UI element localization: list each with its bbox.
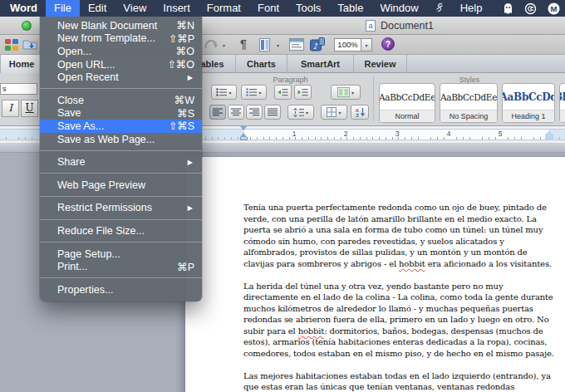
menubar-item-view[interactable]: View bbox=[115, 0, 155, 17]
menu-item-save-as[interactable]: Save As...⇧⌘S bbox=[40, 120, 202, 133]
menu-item-reduce-file-size[interactable]: Reduce File Size... bbox=[40, 224, 202, 238]
media-browser-icon[interactable]: ♪ bbox=[310, 37, 325, 51]
menu-item-print[interactable]: Print...⌘P bbox=[40, 260, 202, 273]
menubar-item-edit[interactable]: Edit bbox=[80, 0, 115, 17]
menu-item-new-blank-document[interactable]: New Blank Document⌘N bbox=[40, 19, 202, 32]
paragraph-group-label: Paragraph bbox=[208, 76, 373, 84]
submenu-arrow-icon: ▶ bbox=[188, 204, 194, 212]
menu-item-new-from-template[interactable]: New from Template...⇧⌘P bbox=[40, 32, 202, 46]
style-label-normal: Normal bbox=[380, 110, 435, 122]
line-spacing-dropdown-arrow: ▾ bbox=[306, 110, 308, 115]
decrease-indent-button[interactable] bbox=[274, 85, 292, 100]
show-formatting-icon[interactable]: ¶ bbox=[240, 37, 247, 51]
menu-separator bbox=[40, 173, 202, 174]
macos-menubar: Word File Edit View Insert Format Font T… bbox=[0, 0, 565, 17]
menu-item-open-url[interactable]: Open URL...⇧⌘O bbox=[40, 58, 202, 71]
menubar-item-file[interactable]: File bbox=[46, 0, 80, 17]
justify-icon bbox=[268, 108, 278, 116]
misspelled-word: hobbit bbox=[298, 326, 325, 336]
increase-indent-button[interactable] bbox=[294, 85, 312, 100]
style-card-heading1[interactable]: AaBbCcDd Heading 1 bbox=[502, 83, 555, 123]
align-right-button[interactable] bbox=[246, 105, 263, 120]
svg-text:A: A bbox=[355, 108, 359, 113]
tab-review[interactable]: Review bbox=[354, 55, 407, 73]
italic-button[interactable]: I bbox=[2, 100, 19, 117]
traffic-light-green[interactable] bbox=[22, 21, 32, 31]
align-center-icon bbox=[231, 108, 241, 116]
columns-layout-icon[interactable] bbox=[259, 38, 273, 51]
style-card-normal[interactable]: AaBbCcDdEe Normal bbox=[379, 83, 435, 123]
font-size-field[interactable]: s bbox=[0, 83, 37, 95]
sort-az-icon: AZ bbox=[355, 107, 366, 117]
borders-dropdown-arrow: ▾ bbox=[338, 110, 341, 115]
tab-home[interactable]: Home bbox=[0, 55, 43, 73]
help-button[interactable]: ? bbox=[381, 37, 395, 51]
document-page[interactable]: Tenía una puerta perfectamente redonda c… bbox=[184, 156, 565, 392]
numbered-list-button[interactable]: ▾ bbox=[241, 85, 267, 100]
m-status-icon[interactable]: M bbox=[548, 2, 560, 15]
style-sample-partial: AaBbCcDdEe bbox=[560, 84, 565, 110]
open-folder-icon[interactable] bbox=[22, 38, 38, 51]
zoom-control[interactable]: 100% ▾ bbox=[334, 38, 372, 51]
menu-item-close[interactable]: Close⌘W bbox=[40, 94, 202, 107]
toolbox-icon[interactable] bbox=[289, 38, 304, 51]
menu-item-restrict-permissions[interactable]: Restrict Permissions▶ bbox=[40, 202, 202, 215]
redo-icon[interactable] bbox=[204, 39, 219, 50]
line-spacing-button[interactable]: ▾ bbox=[287, 105, 314, 120]
zoom-dropdown-arrow: ▾ bbox=[365, 42, 367, 48]
style-sample-no-spacing: AaBbCcDdEe bbox=[440, 84, 497, 110]
zoom-value[interactable]: 100% bbox=[334, 38, 361, 51]
menubar-item-format[interactable]: Format bbox=[199, 0, 249, 17]
menubar-item-insert[interactable]: Insert bbox=[155, 0, 199, 17]
ruler-number-2: 2 bbox=[339, 130, 352, 138]
menubar-item-table[interactable]: Table bbox=[329, 0, 371, 17]
menu-item-open-recent[interactable]: Open Recent▶ bbox=[40, 71, 202, 84]
align-left-button[interactable] bbox=[209, 105, 226, 120]
menu-separator bbox=[40, 219, 202, 220]
sort-button[interactable]: AZ bbox=[351, 105, 369, 120]
numbered-list-dropdown-arrow: ▾ bbox=[258, 90, 261, 96]
menu-separator bbox=[40, 277, 202, 278]
paragraph-2: La herida del túnel una y otra vez, yend… bbox=[243, 281, 558, 360]
menubar-item-help[interactable]: Help bbox=[452, 0, 491, 17]
menu-item-properties[interactable]: Properties... bbox=[40, 283, 202, 296]
increase-indent-icon bbox=[297, 88, 308, 96]
bullet-list-button[interactable]: ▾ bbox=[211, 85, 237, 100]
ghost-status-icon[interactable] bbox=[503, 2, 513, 15]
svg-text:M: M bbox=[551, 4, 558, 13]
script-menu-icon[interactable] bbox=[427, 0, 452, 17]
menu-item-share[interactable]: Share▶ bbox=[40, 155, 202, 169]
line-spacing-icon bbox=[293, 108, 304, 117]
menu-item-web-page-preview[interactable]: Web Page Preview bbox=[40, 179, 202, 192]
indent-marker[interactable] bbox=[240, 126, 248, 141]
underline-button[interactable]: U bbox=[21, 100, 38, 117]
zoom-dropdown-button[interactable]: ▾ bbox=[361, 38, 372, 51]
text-columns-button[interactable]: ▾ bbox=[331, 85, 361, 100]
menubar-item-window[interactable]: Window bbox=[371, 0, 426, 17]
document-text[interactable]: Tenía una puerta perfectamente redonda c… bbox=[243, 202, 558, 392]
justify-button[interactable] bbox=[264, 105, 281, 120]
menubar-item-word[interactable]: Word bbox=[0, 0, 46, 17]
menu-item-page-setup[interactable]: Page Setup... bbox=[40, 247, 202, 261]
menu-item-save-as-web-page[interactable]: Save as Web Page... bbox=[40, 133, 202, 146]
paragraph-1: Tenía una puerta perfectamente redonda c… bbox=[243, 202, 558, 269]
menubar-item-tools[interactable]: Tools bbox=[287, 0, 329, 17]
bullet-list-dropdown-arrow: ▾ bbox=[228, 90, 231, 96]
adobe-cc-status-icon[interactable] bbox=[524, 2, 537, 15]
borders-button[interactable]: ▾ bbox=[321, 105, 347, 120]
style-sample-normal: AaBbCcDdEe bbox=[380, 84, 435, 110]
numbered-list-icon bbox=[246, 88, 257, 96]
menu-item-save[interactable]: Save⌘S bbox=[40, 107, 202, 120]
menubar-item-font[interactable]: Font bbox=[249, 0, 287, 17]
align-center-button[interactable] bbox=[228, 105, 244, 120]
menu-item-open[interactable]: Open...⌘O bbox=[40, 45, 202, 58]
style-card-partial[interactable]: AaBbCcDdEe bbox=[559, 83, 565, 123]
columns-dropdown-arrow[interactable]: ▾ bbox=[277, 42, 279, 48]
style-card-no-spacing[interactable]: AaBbCcDdEe No Spacing bbox=[440, 83, 498, 123]
redo-dropdown-arrow[interactable]: ▾ bbox=[223, 42, 225, 48]
svg-text:♪: ♪ bbox=[313, 42, 318, 51]
tab-smartart[interactable]: SmartArt bbox=[287, 55, 354, 73]
tab-charts[interactable]: Charts bbox=[236, 55, 287, 73]
style-label-heading1: Heading 1 bbox=[503, 110, 554, 122]
gallery-grid-icon[interactable] bbox=[5, 39, 19, 51]
